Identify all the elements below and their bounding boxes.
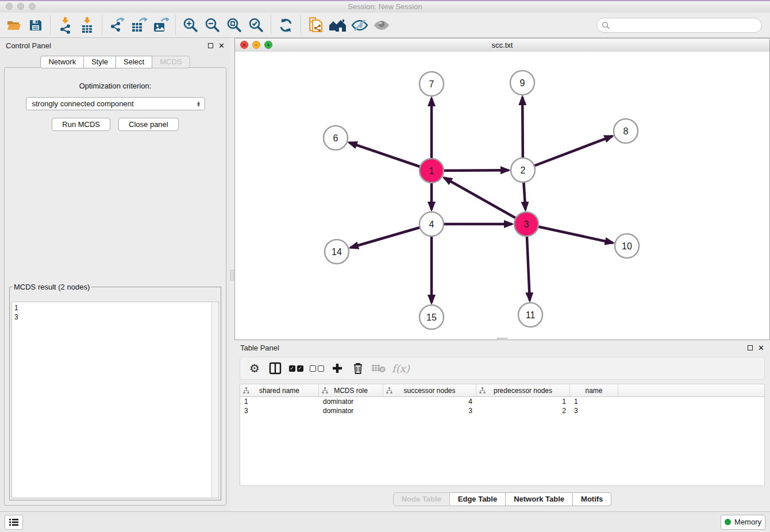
zoom-fit-icon <box>226 17 242 33</box>
tab-mcds[interactable]: MCDS <box>152 56 190 68</box>
zoom-selected-button[interactable] <box>246 14 267 36</box>
gear-icon: ⚙ <box>249 363 260 374</box>
network-window-titlebar[interactable]: ✕ − + scc.txt <box>235 38 769 52</box>
ndex-document-button[interactable] <box>306 14 326 36</box>
network-minimize-icon[interactable]: − <box>252 41 260 49</box>
home-button[interactable] <box>328 14 348 36</box>
window-traffic-lights[interactable] <box>6 3 36 10</box>
app-title: Session: New Session <box>348 2 422 11</box>
column-header-cell[interactable]: MCDS role <box>319 384 383 396</box>
export-image-icon <box>152 17 170 34</box>
column-type-icon <box>479 387 486 394</box>
show-columns-button[interactable] <box>268 360 283 377</box>
export-image-button[interactable] <box>151 14 171 36</box>
list-icon <box>9 518 19 526</box>
export-network-button[interactable] <box>107 14 128 36</box>
splitter-handle[interactable] <box>230 270 234 280</box>
column-header-cell[interactable]: shared name <box>240 384 319 396</box>
select-all-button[interactable]: ✓ ✓ <box>288 360 303 377</box>
fx-icon: f(x) <box>392 363 410 375</box>
table-cell[interactable]: 1 <box>240 398 319 406</box>
column-header-cell[interactable]: predecessor nodes <box>476 384 570 396</box>
toolbar-separator <box>301 16 302 35</box>
screen-top-edge <box>0 0 770 1</box>
add-column-button[interactable] <box>330 360 345 377</box>
run-mcds-button[interactable]: Run MCDS <box>52 118 110 131</box>
open-file-button[interactable] <box>3 14 24 36</box>
network-canvas[interactable]: 7968124314101511 <box>235 52 769 340</box>
maximize-window-icon[interactable] <box>29 3 36 10</box>
edge-1-6[interactable] <box>349 142 432 171</box>
table-cell[interactable]: 1 <box>570 398 618 406</box>
network-close-icon[interactable]: ✕ <box>240 41 248 49</box>
minimize-window-icon[interactable] <box>17 3 24 10</box>
float-table-panel-icon[interactable] <box>748 345 753 350</box>
eye-slash-icon <box>351 18 369 33</box>
edge-3-10[interactable] <box>526 224 613 243</box>
delete-column-button[interactable] <box>351 360 365 377</box>
float-panel-icon[interactable] <box>208 43 213 48</box>
mcds-result-line: 1 <box>14 303 216 313</box>
edge-2-8[interactable] <box>523 136 613 170</box>
task-history-button[interactable] <box>5 515 23 530</box>
search-input[interactable] <box>612 20 757 30</box>
zoom-in-button[interactable] <box>180 14 201 36</box>
checked-box-icon: ✓ <box>297 365 303 372</box>
toolbar-separator <box>175 16 176 35</box>
network-maximize-icon[interactable]: + <box>264 41 272 49</box>
tab-network-table[interactable]: Network Table <box>506 492 573 506</box>
zoom-out-button[interactable] <box>202 14 223 36</box>
network-window: ✕ − + scc.txt 7968124314101511 <box>234 38 770 340</box>
column-header-cell[interactable]: name <box>570 384 618 396</box>
import-network-icon <box>57 17 74 34</box>
table-cell[interactable]: dominator <box>319 398 383 406</box>
import-table-button[interactable] <box>77 14 98 36</box>
tab-style[interactable]: Style <box>84 56 116 68</box>
table-cell[interactable]: 3 <box>570 407 618 415</box>
table-cell[interactable]: 1 <box>476 398 570 406</box>
mcds-result-group: MCDS result (2 nodes) 13 <box>9 283 221 500</box>
table-cell[interactable]: 2 <box>476 407 570 415</box>
table-cell[interactable]: 4 <box>383 398 476 406</box>
tab-network[interactable]: Network <box>40 56 84 68</box>
table-cell[interactable]: dominator <box>319 407 383 415</box>
column-header-successor-nodes: successor nodes <box>403 387 455 395</box>
mcds-result-list[interactable]: 13 <box>11 302 219 498</box>
close-panel-button[interactable]: Close panel <box>118 118 179 131</box>
delete-table-button[interactable] <box>371 360 386 377</box>
tab-node-table[interactable]: Node Table <box>393 492 450 506</box>
table-options-button[interactable]: ⚙ <box>247 360 262 377</box>
export-table-button[interactable] <box>129 14 149 36</box>
table-row[interactable]: 3dominator323 <box>240 406 764 415</box>
close-panel-icon[interactable]: ✕ <box>218 42 225 49</box>
tab-motifs[interactable]: Motifs <box>573 492 611 506</box>
close-window-icon[interactable] <box>6 3 13 10</box>
show-eye-button[interactable] <box>371 14 392 36</box>
refresh-icon <box>278 17 294 33</box>
deselect-all-button[interactable] <box>309 360 324 377</box>
table-cell[interactable]: 3 <box>240 407 319 415</box>
close-table-panel-icon[interactable]: ✕ <box>758 344 764 352</box>
result-scrollbar[interactable] <box>211 302 218 498</box>
toolbar-separator <box>102 16 103 35</box>
column-type-icon <box>322 387 328 394</box>
table-cell[interactable]: 3 <box>383 407 476 415</box>
network-graph[interactable]: 7968124314101511 <box>235 52 769 340</box>
main-toolbar <box>0 13 770 38</box>
memory-button[interactable]: Memory <box>721 515 765 530</box>
function-builder-button[interactable]: f(x) <box>392 360 410 377</box>
tab-select[interactable]: Select <box>116 56 152 68</box>
plus-icon <box>332 363 343 374</box>
tab-edge-table[interactable]: Edge Table <box>450 492 506 506</box>
column-header-cell[interactable]: successor nodes <box>383 384 476 396</box>
zoom-fit-button[interactable] <box>224 14 245 36</box>
import-network-button[interactable] <box>55 14 76 36</box>
criterion-select[interactable]: strongly connected component ▲▼ <box>26 97 205 110</box>
table-row[interactable]: 1dominator411 <box>240 397 764 406</box>
zoom-out-icon <box>205 17 221 33</box>
refresh-view-button[interactable] <box>276 14 297 36</box>
edge-3-1[interactable] <box>444 178 526 224</box>
save-session-button[interactable] <box>25 14 46 36</box>
memory-label: Memory <box>734 518 761 526</box>
hide-eye-button[interactable] <box>349 14 370 36</box>
